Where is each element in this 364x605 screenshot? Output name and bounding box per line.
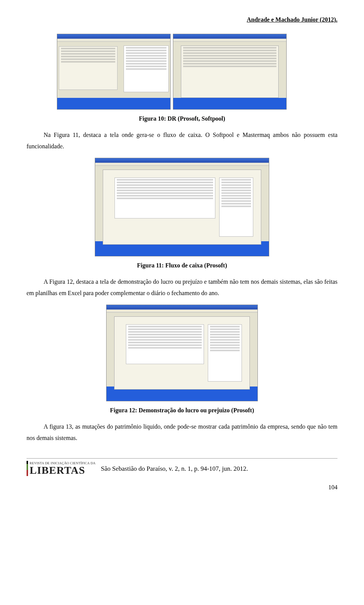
- screenshot-prosoft-dlpa: [106, 305, 258, 401]
- screenshot-softpool-dr: [173, 34, 287, 110]
- paragraph-2: A Figura 12, destaca a tela de demonstra…: [27, 276, 337, 299]
- figure-12-caption: Figura 12: Demonstração do lucro ou prej…: [27, 406, 337, 415]
- footer: REVISTA DE INICIAÇÃO CIENTÍFICA DA LIBER…: [27, 458, 337, 476]
- figure-10-caption: Figura 10: DR (Prosoft, Softpool): [27, 114, 337, 123]
- figure-11-caption: Figura 11: Fluxo de caixa (Prosoft): [27, 261, 337, 270]
- logo-title: LIBERTAS: [30, 465, 85, 476]
- journal-logo: REVISTA DE INICIAÇÃO CIENTÍFICA DA LIBER…: [27, 461, 96, 476]
- paragraph-3: A figura 13, as mutações do patrimônio l…: [27, 421, 337, 444]
- figure-10-images: [57, 34, 337, 110]
- paragraph-1: Na Figura 11, destaca a tela onde gera-s…: [27, 129, 337, 152]
- figure-11-image: [27, 158, 337, 256]
- footer-citation: São Sebastião do Paraíso, v. 2, n. 1, p.…: [101, 464, 337, 474]
- logo-color-strip: [27, 461, 28, 476]
- header-reference: Andrade e Machado Junior (2012).: [27, 15, 337, 24]
- figure-12-image: [27, 305, 337, 401]
- page-number: 104: [27, 483, 337, 492]
- screenshot-prosoft-dr: [57, 34, 171, 110]
- screenshot-prosoft-fluxo-caixa: [95, 158, 269, 256]
